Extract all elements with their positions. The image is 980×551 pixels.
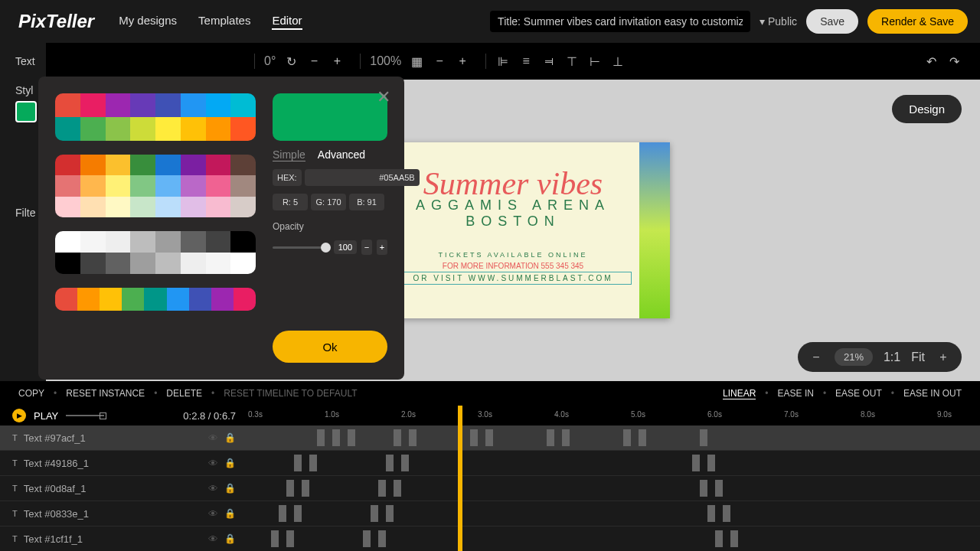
keyframe[interactable] xyxy=(378,530,386,547)
track-header[interactable]: TText #1cf1f_1👁🔒 xyxy=(0,533,248,545)
keyframe[interactable] xyxy=(309,455,317,471)
track-row[interactable]: TText #1cf1f_1👁🔒 xyxy=(0,527,980,551)
keyframe[interactable] xyxy=(279,505,286,522)
progress-bar[interactable] xyxy=(66,415,104,416)
g-input[interactable]: G: 170 xyxy=(311,194,346,210)
playhead[interactable] xyxy=(458,406,462,551)
nav-templates[interactable]: Templates xyxy=(198,14,250,30)
swatch[interactable] xyxy=(130,93,155,117)
swatch[interactable] xyxy=(230,253,256,274)
eye-icon[interactable]: 👁 xyxy=(208,483,218,494)
tab-simple[interactable]: Simple xyxy=(273,148,305,161)
keyframe[interactable] xyxy=(348,429,355,446)
swatch[interactable] xyxy=(122,288,144,311)
keyframe[interactable] xyxy=(386,505,394,522)
tab-advanced[interactable]: Advanced xyxy=(318,148,365,161)
keyframe[interactable] xyxy=(700,429,707,446)
zoom-out-icon[interactable]: − xyxy=(808,350,824,365)
swatch[interactable] xyxy=(55,93,80,117)
opacity-value[interactable]: 100 xyxy=(334,240,357,254)
align-middle-icon[interactable]: ⊢ xyxy=(587,54,603,69)
palette-material[interactable] xyxy=(55,155,256,217)
keyframe[interactable] xyxy=(623,429,631,446)
easing-linear[interactable]: LINEAR xyxy=(723,388,756,399)
swatch[interactable] xyxy=(167,288,189,311)
eye-icon[interactable]: 👁 xyxy=(208,508,218,520)
swatch[interactable] xyxy=(55,197,80,217)
keyframe[interactable] xyxy=(547,429,554,446)
close-icon[interactable]: ✕ xyxy=(377,87,390,107)
keyframe[interactable] xyxy=(332,429,340,446)
swatch[interactable] xyxy=(130,175,155,196)
lock-icon[interactable]: 🔒 xyxy=(224,508,236,519)
opacity-plus[interactable]: + xyxy=(377,240,387,255)
r-input[interactable]: R: 5 xyxy=(273,194,308,210)
align-right-icon[interactable]: ⫤ xyxy=(541,54,557,69)
swatch[interactable] xyxy=(230,231,256,253)
keyframe[interactable] xyxy=(562,429,570,446)
eye-icon[interactable]: 👁 xyxy=(208,458,218,469)
play-button[interactable]: ▶ xyxy=(12,409,26,422)
zoom-ratio[interactable]: 1:1 xyxy=(884,350,900,364)
keyframe[interactable] xyxy=(700,480,707,497)
swatch[interactable] xyxy=(181,197,206,217)
sidebar-style[interactable]: Styl xyxy=(15,84,31,122)
opacity-minus[interactable]: − xyxy=(361,240,372,255)
track-row[interactable]: TText #0d8af_1👁🔒 xyxy=(0,476,980,501)
color-swatch[interactable] xyxy=(15,101,37,122)
swatch[interactable] xyxy=(181,175,206,196)
swatch[interactable] xyxy=(206,231,231,253)
align-left-icon[interactable]: ⊫ xyxy=(495,54,511,69)
swatch[interactable] xyxy=(181,117,206,141)
opacity-slider[interactable] xyxy=(273,246,329,249)
keyframe[interactable] xyxy=(730,530,738,547)
align-center-icon[interactable]: ≡ xyxy=(518,54,534,69)
swatch[interactable] xyxy=(155,231,181,253)
keyframe[interactable] xyxy=(715,530,723,547)
track-row[interactable]: TText #0833e_1👁🔒 xyxy=(0,501,980,527)
keyframe[interactable] xyxy=(286,480,294,497)
swatch[interactable] xyxy=(130,253,155,274)
track-keyframes[interactable] xyxy=(248,425,980,450)
lock-icon[interactable]: 🔒 xyxy=(224,483,236,494)
redo-icon[interactable]: ↷ xyxy=(946,54,962,69)
card-title[interactable]: Summer vibes xyxy=(394,165,632,202)
swatch[interactable] xyxy=(80,117,106,141)
swatch[interactable] xyxy=(155,93,181,117)
plus-icon[interactable]: + xyxy=(455,54,470,69)
ruler-ticks[interactable]: 0.3s1.0s2.0s3.0s4.0s5.0s6.0s7.0s8.0s9.0s xyxy=(248,406,980,425)
keyframe[interactable] xyxy=(317,429,325,446)
track-header[interactable]: TText #0833e_1👁🔒 xyxy=(0,508,248,520)
card-line2[interactable]: FOR MORE INFORMATION 555 345 345 xyxy=(394,262,632,270)
swatch[interactable] xyxy=(80,197,106,217)
swatch[interactable] xyxy=(189,288,211,311)
swatch[interactable] xyxy=(106,175,131,196)
swatch[interactable] xyxy=(106,231,131,253)
action-copy[interactable]: COPY xyxy=(18,388,44,399)
swatch[interactable] xyxy=(206,175,231,196)
align-top-icon[interactable]: ⊤ xyxy=(564,54,580,69)
lock-icon[interactable]: 🔒 xyxy=(224,458,236,468)
easing-ease-in[interactable]: EASE IN xyxy=(778,388,814,399)
keyframe[interactable] xyxy=(409,429,416,446)
swatch[interactable] xyxy=(155,197,181,217)
save-button[interactable]: Save xyxy=(806,9,858,34)
swatch[interactable] xyxy=(130,117,155,141)
swatch[interactable] xyxy=(181,231,206,253)
keyframe[interactable] xyxy=(715,480,723,497)
swatch[interactable] xyxy=(206,117,231,141)
swatch[interactable] xyxy=(80,175,106,196)
card-subtitle[interactable]: AGGAMIS ARENA BOSTON xyxy=(394,197,632,230)
align-bottom-icon[interactable]: ⊥ xyxy=(610,54,626,69)
track-row[interactable]: TText #49186_1👁🔒 xyxy=(0,451,980,476)
keyframe[interactable] xyxy=(707,505,715,522)
minus-icon[interactable]: − xyxy=(432,54,447,69)
swatch[interactable] xyxy=(230,155,256,175)
keyframe[interactable] xyxy=(707,455,715,471)
keyframe[interactable] xyxy=(371,505,378,522)
swatch[interactable] xyxy=(130,231,155,253)
track-keyframes[interactable] xyxy=(248,501,980,526)
zoom-value[interactable]: 21% xyxy=(835,348,873,366)
swatch[interactable] xyxy=(181,155,206,175)
swatch[interactable] xyxy=(155,253,181,274)
